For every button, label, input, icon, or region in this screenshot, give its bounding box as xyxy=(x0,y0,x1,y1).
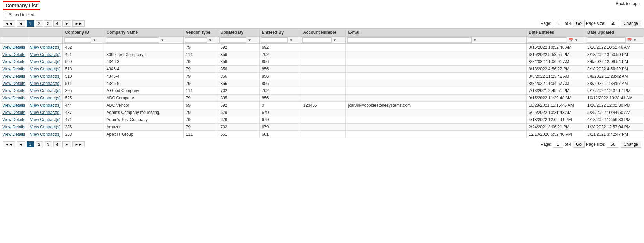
filter-company-name: ▼ xyxy=(104,37,184,44)
change-button[interactable]: Change xyxy=(621,20,641,27)
view-details-link[interactable]: View Details xyxy=(2,117,25,122)
bottom-page-size-label: Page size: xyxy=(586,142,605,147)
view-contracts-link[interactable]: View Contract(s) xyxy=(30,45,60,50)
page-label: Page: xyxy=(541,21,552,26)
entered-by-cell: 702 xyxy=(260,87,301,95)
account-number-cell xyxy=(301,73,346,80)
last-page-btn[interactable]: ►► xyxy=(72,20,85,27)
filter-entered-by-icon[interactable]: ▼ xyxy=(289,38,293,42)
company-id-cell: 525 xyxy=(63,95,104,102)
col-header-date-entered: Date Entered xyxy=(527,29,585,37)
view-details-link[interactable]: View Details xyxy=(2,81,25,86)
prev-page-btn[interactable]: ◄ xyxy=(17,20,25,27)
calendar-date-entered-icon[interactable]: 📅 xyxy=(568,38,573,42)
filter-company-name-icon[interactable]: ▼ xyxy=(160,38,164,42)
bottom-page-3-btn[interactable]: 3 xyxy=(45,141,52,147)
calendar-date-updated-icon[interactable]: 📅 xyxy=(627,38,632,42)
first-page-btn[interactable]: ◄◄ xyxy=(3,20,15,27)
bottom-page-4-btn[interactable]: 4 xyxy=(53,141,61,147)
view-contracts-cell: View Contract(s) xyxy=(28,73,63,80)
filter-entered-by-input[interactable] xyxy=(261,37,288,43)
filter-vendor-type-input[interactable] xyxy=(185,37,207,43)
view-details-link[interactable]: View Details xyxy=(2,45,25,50)
view-contracts-link[interactable]: View Contract(s) xyxy=(30,52,60,57)
col-header-account-number: Account Number xyxy=(301,29,346,37)
page-number-input[interactable] xyxy=(553,20,563,27)
go-button[interactable]: Go xyxy=(573,20,585,27)
bottom-next-page-btn[interactable]: ► xyxy=(62,141,71,147)
view-contracts-cell: View Contract(s) xyxy=(28,58,63,66)
view-details-cell: View Details xyxy=(0,124,28,131)
page-3-btn[interactable]: 3 xyxy=(45,20,52,27)
account-number-cell xyxy=(301,124,346,131)
view-contracts-link[interactable]: View Contract(s) xyxy=(30,110,60,115)
view-contracts-link[interactable]: View Contract(s) xyxy=(30,125,60,129)
view-details-link[interactable]: View Details xyxy=(2,74,25,79)
filter-date-updated-input[interactable] xyxy=(587,37,626,43)
page-4-btn[interactable]: 4 xyxy=(53,20,61,27)
view-contracts-cell: View Contract(s) xyxy=(28,95,63,102)
date-entered-cell: 2/24/2021 3:06:21 PM xyxy=(527,124,585,131)
email-cell xyxy=(346,131,527,138)
view-details-link[interactable]: View Details xyxy=(2,103,25,108)
table-row: View Details View Contract(s) 258 Apex I… xyxy=(0,131,644,138)
company-name-cell: 3099 Test Company 2 xyxy=(104,51,184,58)
next-page-btn[interactable]: ► xyxy=(62,20,71,27)
view-details-link[interactable]: View Details xyxy=(2,67,25,71)
view-contracts-link[interactable]: View Contract(s) xyxy=(30,132,60,137)
bottom-page-number-input[interactable] xyxy=(553,141,563,148)
view-details-link[interactable]: View Details xyxy=(2,88,25,93)
filter-updated-by-icon[interactable]: ▼ xyxy=(248,38,251,42)
date-entered-cell: 4/18/2022 12:09:41 PM xyxy=(527,116,585,124)
bottom-page-2-btn[interactable]: 2 xyxy=(36,141,43,147)
page-1-btn[interactable]: 1 xyxy=(27,20,34,27)
filter-email-icon[interactable]: ▼ xyxy=(473,38,477,42)
filter-email-input[interactable] xyxy=(347,37,471,43)
view-contracts-link[interactable]: View Contract(s) xyxy=(30,74,60,79)
date-updated-cell: 8/8/2022 11:23:42 AM xyxy=(585,73,644,80)
view-contracts-link[interactable]: View Contract(s) xyxy=(30,103,60,108)
view-contracts-link[interactable]: View Contract(s) xyxy=(30,67,60,71)
bottom-prev-page-btn[interactable]: ◄ xyxy=(17,141,25,147)
show-deleted-checkbox[interactable] xyxy=(3,13,7,17)
filter-updated-by-input[interactable] xyxy=(219,37,246,43)
view-details-cell: View Details xyxy=(0,66,28,73)
view-details-link[interactable]: View Details xyxy=(2,132,25,137)
back-to-top-link[interactable]: Back to Top ↑ xyxy=(616,1,641,6)
bottom-change-button[interactable]: Change xyxy=(621,141,641,148)
bottom-last-page-btn[interactable]: ►► xyxy=(72,141,85,147)
view-details-link[interactable]: View Details xyxy=(2,59,25,64)
view-contracts-link[interactable]: View Contract(s) xyxy=(30,117,60,122)
page-size-input[interactable] xyxy=(607,20,619,27)
view-contracts-link[interactable]: View Contract(s) xyxy=(30,88,60,93)
filter-date-entered-input[interactable] xyxy=(528,37,567,43)
filter-account-number-icon[interactable]: ▼ xyxy=(333,38,336,42)
filter-company-name-input[interactable] xyxy=(106,37,159,43)
view-details-link[interactable]: View Details xyxy=(2,110,25,115)
account-number-cell xyxy=(301,51,346,58)
filter-company-id-input[interactable] xyxy=(64,37,91,43)
vendor-type-cell: 79 xyxy=(184,80,218,87)
view-details-link[interactable]: View Details xyxy=(2,96,25,100)
bottom-first-page-btn[interactable]: ◄◄ xyxy=(3,141,15,147)
filter-date-entered-icon[interactable]: ▼ xyxy=(575,38,578,42)
view-contracts-link[interactable]: View Contract(s) xyxy=(30,96,60,100)
filter-company-id-icon[interactable]: ▼ xyxy=(92,38,96,42)
entered-by-cell: 661 xyxy=(260,131,301,138)
date-updated-cell: 8/18/2022 3:50:59 PM xyxy=(585,51,644,58)
view-contracts-link[interactable]: View Contract(s) xyxy=(30,59,60,64)
table-row: View Details View Contract(s) 510 4346-4… xyxy=(0,73,644,80)
bottom-page-1-btn[interactable]: 1 xyxy=(27,141,34,147)
view-details-link[interactable]: View Details xyxy=(2,52,25,57)
bottom-go-button[interactable]: Go xyxy=(573,141,585,148)
filter-account-number-input[interactable] xyxy=(302,37,332,43)
view-contracts-link[interactable]: View Contract(s) xyxy=(30,81,60,86)
view-contracts-cell: View Contract(s) xyxy=(28,124,63,131)
page-2-btn[interactable]: 2 xyxy=(36,20,43,27)
company-id-cell: 336 xyxy=(63,124,104,131)
date-updated-cell: 5/25/2022 10:44:50 AM xyxy=(585,109,644,116)
filter-date-updated-icon[interactable]: ▼ xyxy=(633,38,637,42)
filter-vendor-type-icon[interactable]: ▼ xyxy=(208,38,212,42)
bottom-page-size-input[interactable] xyxy=(607,141,619,148)
view-details-link[interactable]: View Details xyxy=(2,125,25,129)
